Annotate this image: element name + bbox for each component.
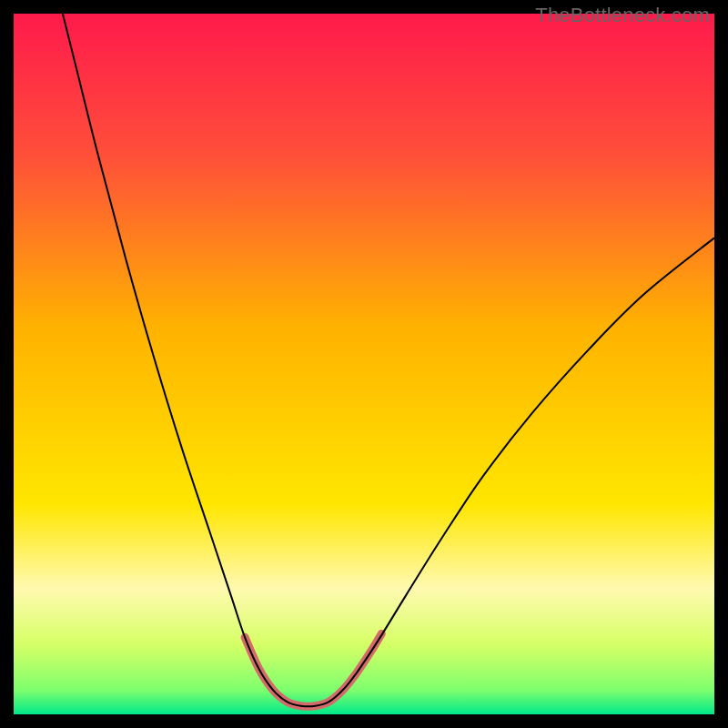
chart-frame	[14, 14, 714, 714]
watermark-text: TheBottleneck.com	[535, 4, 710, 27]
gradient-background	[14, 14, 714, 714]
bottleneck-chart	[14, 14, 714, 714]
